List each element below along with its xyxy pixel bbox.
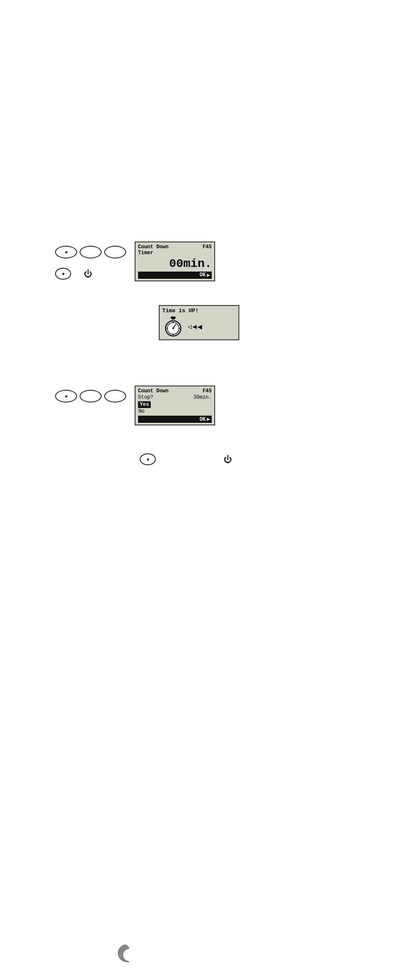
buttons-col-1: ⏻ bbox=[55, 246, 126, 280]
lcd1-time: 00min. bbox=[138, 258, 212, 271]
power-icon-1: ⏻ bbox=[84, 269, 92, 279]
lcd1-ok-arrow: ▶ bbox=[207, 272, 210, 278]
lcd3-title: Count Down bbox=[138, 388, 169, 394]
lcd3-model: F45 bbox=[202, 388, 212, 394]
lcd3-row2: Stop? 30min. bbox=[138, 394, 212, 400]
moon-icon bbox=[114, 944, 136, 965]
button-4[interactable] bbox=[55, 268, 71, 280]
power-icon-2: ⏻ bbox=[224, 454, 232, 464]
lcd1-subtitle: Timer bbox=[138, 250, 212, 256]
button-6[interactable] bbox=[80, 390, 102, 403]
lcd1-ok-label: OK bbox=[199, 272, 205, 278]
lcd3-row1: Count Down F45 bbox=[138, 388, 212, 394]
bottom-btn-row bbox=[55, 390, 126, 403]
button-8[interactable] bbox=[140, 453, 156, 465]
section2-container: Time is UP! bbox=[159, 305, 239, 340]
section3-container: Count Down F45 Stop? 30min. Yes No OK ▶ bbox=[55, 386, 215, 425]
lcd1-title-row: Count Down F45 bbox=[138, 244, 212, 250]
button-8-dot bbox=[147, 458, 149, 461]
lcd3-ok-label: OK bbox=[199, 416, 205, 422]
lcd-screen-1: Count Down F45 Timer 00min. OK ▶ bbox=[135, 242, 215, 281]
section4-container: ⏻ bbox=[140, 453, 232, 465]
stopwatch-icon bbox=[162, 316, 184, 338]
lcd-screen-3: Count Down F45 Stop? 30min. Yes No OK ▶ bbox=[135, 386, 215, 425]
triangle-fast-rewind: ◀ bbox=[197, 322, 202, 331]
buttons-col-3 bbox=[55, 390, 126, 403]
section1-container: ⏻ Count Down F45 Timer 00min. OK ▶ bbox=[55, 242, 215, 281]
lcd3-stop-time: 30min. bbox=[194, 394, 212, 400]
play-icons: ◁ ◀ ◀ bbox=[188, 322, 202, 331]
button-5[interactable] bbox=[55, 390, 77, 403]
button-1-dot bbox=[65, 251, 67, 253]
lcd2-title: Time is UP! bbox=[162, 308, 236, 314]
lcd3-no-option[interactable]: No bbox=[138, 408, 212, 414]
button-1[interactable] bbox=[55, 246, 77, 258]
triangle-rewind: ◀ bbox=[193, 322, 197, 331]
lcd3-stop-label: Stop? bbox=[138, 394, 153, 400]
lcd1-title: Count Down bbox=[138, 244, 169, 250]
lcd1-model: F45 bbox=[202, 244, 212, 250]
svg-rect-1 bbox=[172, 318, 175, 319]
lcd2-content: ◁ ◀ ◀ bbox=[162, 316, 236, 338]
lcd3-yes-option[interactable]: Yes bbox=[138, 401, 151, 408]
lcd-screen-2: Time is UP! bbox=[159, 305, 239, 340]
lcd3-ok-bar: OK ▶ bbox=[138, 416, 212, 423]
button-3[interactable] bbox=[104, 246, 126, 258]
button-5-dot bbox=[65, 395, 67, 397]
top-btn-row bbox=[55, 246, 126, 258]
lcd1-ok-bar: OK ▶ bbox=[138, 272, 212, 279]
button-7[interactable] bbox=[104, 390, 126, 403]
triangle-play: ◁ bbox=[188, 322, 192, 331]
button-2[interactable] bbox=[80, 246, 102, 258]
button-4-dot bbox=[62, 273, 64, 275]
lcd3-ok-arrow: ▶ bbox=[207, 416, 210, 422]
